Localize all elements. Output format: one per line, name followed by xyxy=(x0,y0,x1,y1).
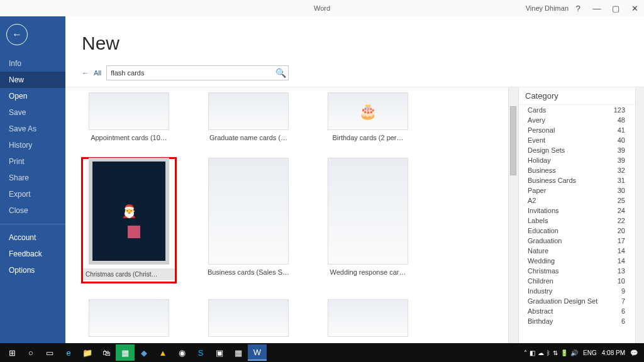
template-card[interactable] xyxy=(321,299,415,337)
app-icon[interactable]: ▣ xyxy=(210,344,229,361)
chrome-icon[interactable]: ◉ xyxy=(172,344,191,361)
category-row[interactable]: Abstract6 xyxy=(519,306,635,316)
template-card[interactable]: Graduate name cards (… xyxy=(201,92,296,141)
system-tray: ˄ ◧ ☁ ᛒ ⇅ 🔋 🔊 ENG 4:08 PM 💬 xyxy=(524,349,641,356)
category-row[interactable]: Avery48 xyxy=(519,115,635,125)
template-card[interactable]: Appointment cards (10… xyxy=(82,92,176,141)
category-row[interactable]: Design Sets39 xyxy=(519,145,635,155)
template-card[interactable]: Business cards (Sales S… xyxy=(201,158,296,283)
onedrive-icon[interactable]: ☁ xyxy=(538,349,544,356)
app-title: Word xyxy=(314,4,330,12)
category-row[interactable]: Education20 xyxy=(519,226,635,236)
app-icon[interactable]: ▦ xyxy=(116,344,135,361)
skype-icon[interactable]: S xyxy=(191,344,210,361)
template-card[interactable] xyxy=(201,299,296,337)
template-card[interactable]: 🎅Christmas cards (Christ… xyxy=(82,158,176,283)
clock[interactable]: 4:08 PM xyxy=(602,349,625,356)
tray-chevron-icon[interactable]: ˄ xyxy=(524,349,527,356)
minimize-button[interactable]: — xyxy=(587,4,606,13)
scrollbar-handle[interactable] xyxy=(510,106,516,175)
category-row[interactable]: Cards123 xyxy=(519,105,635,115)
category-count: 20 xyxy=(618,227,625,234)
store-icon[interactable]: 🛍 xyxy=(97,344,116,361)
category-row[interactable]: Holiday39 xyxy=(519,155,635,165)
category-row[interactable]: Nature14 xyxy=(519,246,635,256)
sidebar-item-account[interactable]: Account xyxy=(0,229,65,246)
category-row[interactable]: Graduation17 xyxy=(519,236,635,246)
breadcrumb-back-icon[interactable]: ← xyxy=(82,69,89,77)
category-row[interactable]: Birthday6 xyxy=(519,316,635,326)
start-button[interactable]: ⊞ xyxy=(3,344,21,361)
category-row[interactable]: Personal41 xyxy=(519,125,635,135)
category-row[interactable]: Wedding14 xyxy=(519,256,635,266)
sidebar-item-new[interactable]: New xyxy=(0,72,65,88)
category-name: Business xyxy=(528,167,556,174)
tray-icon[interactable]: ◧ xyxy=(530,349,535,356)
category-row[interactable]: Children10 xyxy=(519,276,635,286)
close-button[interactable]: ✕ xyxy=(625,4,644,13)
explorer-icon[interactable]: 📁 xyxy=(78,344,97,361)
battery-icon[interactable]: 🔋 xyxy=(560,349,568,356)
user-name[interactable]: Viney Dhiman xyxy=(526,4,569,12)
app-icon[interactable]: ▲ xyxy=(153,344,172,361)
category-scrollbar[interactable] xyxy=(635,87,644,343)
task-view-icon[interactable]: ▭ xyxy=(40,344,59,361)
category-count: 6 xyxy=(621,307,625,315)
category-row[interactable]: A225 xyxy=(519,195,635,206)
category-name: Invitations xyxy=(528,207,559,214)
sidebar-item-options[interactable]: Options xyxy=(0,262,65,278)
sidebar-item-history: History xyxy=(0,137,65,153)
restore-button[interactable]: ▢ xyxy=(606,4,625,13)
language-indicator[interactable]: ENG xyxy=(583,349,597,356)
category-name: Holiday xyxy=(528,156,551,164)
category-count: 41 xyxy=(618,126,625,134)
bluetooth-icon[interactable]: ᛒ xyxy=(547,349,550,356)
help-button[interactable]: ? xyxy=(569,4,587,13)
edge-icon[interactable]: e xyxy=(59,344,78,361)
category-name: Abstract xyxy=(528,307,553,315)
back-button[interactable]: ← xyxy=(6,24,28,45)
category-row[interactable]: Paper30 xyxy=(519,185,635,195)
gallery-scrollbar[interactable] xyxy=(508,87,518,343)
notifications-icon[interactable]: 💬 xyxy=(630,349,638,356)
template-card[interactable]: Wedding response car… xyxy=(321,158,415,283)
sidebar-item-save-as: Save As xyxy=(0,121,65,137)
category-count: 22 xyxy=(618,217,625,224)
category-count: 9 xyxy=(621,287,625,295)
wifi-icon[interactable]: ⇅ xyxy=(553,349,558,356)
category-count: 40 xyxy=(618,136,625,144)
sidebar-item-info: Info xyxy=(0,55,65,72)
category-name: Event xyxy=(528,136,545,144)
breadcrumb-all[interactable]: All xyxy=(94,69,101,77)
word-taskbar-icon[interactable]: W xyxy=(248,344,267,361)
category-name: Personal xyxy=(528,126,555,134)
divider xyxy=(0,224,65,224)
category-row[interactable]: Industry9 xyxy=(519,286,635,296)
template-search-box: 🔍 xyxy=(106,65,289,80)
category-name: Christmas xyxy=(528,267,559,275)
search-icon[interactable]: 🔍 xyxy=(273,68,288,78)
content-area: New ← All 🔍 Appointment cards (10…Gradua… xyxy=(65,16,644,343)
sidebar-item-open[interactable]: Open xyxy=(0,88,65,104)
template-card[interactable] xyxy=(82,299,176,337)
cortana-icon[interactable]: ○ xyxy=(21,344,40,361)
template-label: Wedding response car… xyxy=(321,268,415,276)
category-count: 24 xyxy=(618,207,625,214)
category-row[interactable]: Graduation Design Set7 xyxy=(519,296,635,306)
app-icon[interactable]: ▦ xyxy=(229,344,248,361)
sidebar-item-feedback[interactable]: Feedback xyxy=(0,246,65,262)
category-row[interactable]: Labels22 xyxy=(519,216,635,226)
category-header: Category xyxy=(519,87,635,105)
template-card[interactable]: Birthday cards (2 per… xyxy=(321,92,415,141)
sidebar-item-print: Print xyxy=(0,153,65,170)
category-row[interactable]: Business Cards31 xyxy=(519,175,635,185)
category-row[interactable]: Event40 xyxy=(519,135,635,145)
category-row[interactable]: Business32 xyxy=(519,165,635,175)
windows-taskbar: ⊞ ○ ▭ e 📁 🛍 ▦ ◆ ▲ ◉ S ▣ ▦ W ˄ ◧ ☁ ᛒ ⇅ 🔋 … xyxy=(0,343,644,362)
volume-icon[interactable]: 🔊 xyxy=(570,349,578,356)
app-icon[interactable]: ◆ xyxy=(135,344,153,361)
category-row[interactable]: Christmas13 xyxy=(519,266,635,276)
search-input[interactable] xyxy=(107,69,273,77)
window-buttons: ? — ▢ ✕ xyxy=(569,4,644,13)
category-row[interactable]: Invitations24 xyxy=(519,206,635,216)
